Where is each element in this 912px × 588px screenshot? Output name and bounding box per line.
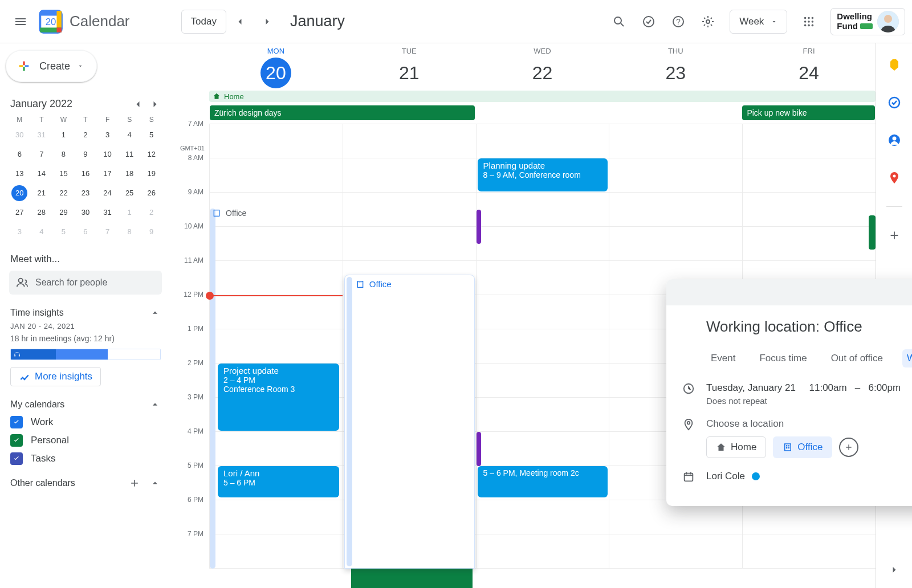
day-header[interactable]: WED22 [476,43,609,88]
mini-day[interactable]: 4 [121,127,137,143]
mini-day[interactable]: 29 [55,205,71,220]
day-header[interactable]: FRI24 [742,43,876,88]
calendar-owner[interactable]: Lori Cole [706,471,745,482]
mini-day[interactable]: 9 [144,224,160,240]
mini-day[interactable]: 6 [11,146,27,162]
maps-icon[interactable] [882,165,907,190]
mini-prev-button[interactable] [132,99,144,110]
mini-day[interactable]: 3 [11,224,27,240]
mini-day[interactable]: 2 [144,205,160,220]
apps-grid-icon[interactable] [795,8,823,35]
day-header[interactable]: THU23 [609,43,742,88]
more-insights-button[interactable]: More insights [10,367,101,386]
mini-day[interactable]: 7 [34,146,50,162]
side-panel-toggle[interactable] [882,557,907,582]
day-header[interactable]: TUE21 [343,43,476,88]
add-calendar-button[interactable] [129,477,140,489]
contacts-icon[interactable] [882,128,907,153]
mini-day[interactable]: 3 [100,127,116,143]
mini-day[interactable]: 22 [55,185,71,201]
create-button[interactable]: Create [6,50,97,82]
collapse-icon[interactable] [149,307,161,318]
menu-icon[interactable] [7,8,34,35]
mini-day[interactable]: 27 [11,205,27,220]
view-switcher[interactable]: Week [730,10,787,34]
mini-next-button[interactable] [149,99,161,110]
mini-day[interactable]: 30 [11,127,27,143]
mini-day[interactable]: 5 [55,224,71,240]
add-addon-icon[interactable] [882,223,907,248]
mini-day[interactable]: 18 [121,166,137,182]
calendar-event[interactable] [477,432,481,466]
prev-week-button[interactable] [229,10,251,33]
mini-day[interactable]: 8 [121,224,137,240]
calendar-event[interactable]: 5 – 6 PM, Meeting room 2c [478,466,608,497]
settings-gear-icon[interactable] [694,8,722,35]
search-people-input[interactable]: Search for people [9,271,162,295]
popup-title[interactable]: Working location: Office [706,318,912,336]
popup-start-time[interactable]: 11:00am [809,382,847,393]
day-column[interactable]: Planning update8 – 9 AM, Conference room… [476,124,609,569]
org-badge[interactable]: Dwelling Fund [830,8,905,35]
checkbox-icon[interactable] [10,434,23,447]
mini-day[interactable]: 21 [34,185,50,201]
checkbox-icon[interactable] [10,416,23,428]
checkbox-icon[interactable] [10,452,23,465]
mini-day[interactable]: 14 [34,166,50,182]
mini-day[interactable]: 26 [144,185,160,201]
mini-day[interactable]: 16 [78,166,93,182]
add-location-button[interactable] [839,438,858,457]
mini-day[interactable]: 4 [34,224,50,240]
allday-home-location[interactable]: Home [209,91,876,102]
popup-tab[interactable]: Working location [902,349,912,368]
keep-icon[interactable] [882,52,907,77]
popup-tab[interactable]: Out of office [826,349,887,368]
mini-day[interactable]: 30 [78,205,93,220]
working-location-bar[interactable] [210,209,215,569]
mini-day[interactable]: 11 [121,146,137,162]
collapse-icon[interactable] [149,399,161,410]
calendar-item[interactable]: Work [10,416,161,428]
mini-day[interactable]: 9 [78,146,93,162]
calendar-event[interactable]: Planning update8 – 9 AM, Conference room [478,158,608,191]
avatar[interactable] [877,11,899,32]
location-office-button[interactable]: Office [773,436,832,458]
mini-day[interactable]: 23 [78,185,93,201]
mini-day[interactable]: 20 [11,185,27,201]
task-check-icon[interactable] [635,8,662,35]
mini-day[interactable]: 6 [78,224,93,240]
mini-day[interactable]: 28 [34,205,50,220]
help-icon[interactable]: ? [665,8,692,35]
next-week-button[interactable] [256,10,279,33]
working-location-chip[interactable]: Office [212,209,246,218]
mini-day[interactable]: 10 [100,146,116,162]
mini-day[interactable]: 31 [34,127,50,143]
calendar-event[interactable]: Project update2 – 4 PMConference Room 3 [218,364,339,431]
working-location-card[interactable] [344,275,475,569]
today-button[interactable]: Today [181,10,226,34]
calendar-event[interactable] [869,215,876,250]
mini-day[interactable]: 12 [144,146,160,162]
allday-event[interactable]: Zürich design days [210,105,475,120]
calendar-event[interactable] [477,210,481,244]
popup-tab[interactable]: Focus time [755,349,811,368]
popup-tab[interactable]: Event [706,349,740,368]
mini-day[interactable]: 1 [121,205,137,220]
mini-day[interactable]: 15 [55,166,71,182]
working-location-chip[interactable]: Office [356,279,392,289]
mini-day[interactable]: 31 [100,205,116,220]
mini-day[interactable]: 13 [11,166,27,182]
mini-day[interactable]: 8 [55,146,71,162]
calendar-item[interactable]: Tasks [10,452,161,465]
mini-day[interactable]: 1 [55,127,71,143]
day-column[interactable]: Dinner with Helen6 – 9 PMOffice [343,124,476,569]
popup-end-time[interactable]: 6:00pm [868,382,901,393]
location-home-button[interactable]: Home [706,436,766,458]
mini-day[interactable]: 24 [100,185,116,201]
tasks-icon[interactable] [882,90,907,115]
mini-day[interactable]: 25 [121,185,137,201]
mini-day[interactable]: 5 [144,127,160,143]
day-header[interactable]: MON20 [209,43,343,88]
popup-date[interactable]: Tuesday, January 21 [706,382,796,393]
allday-event[interactable]: Pick up new bike [742,105,875,120]
